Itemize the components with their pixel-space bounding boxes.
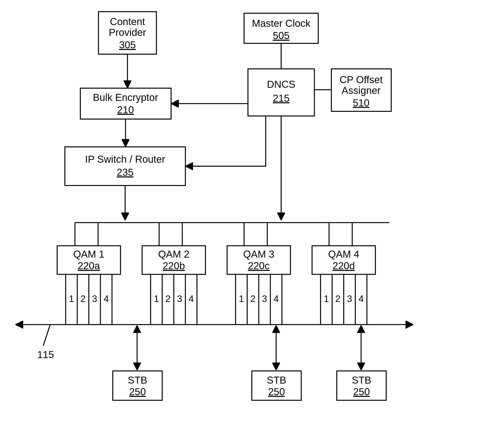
qam3-port2: 2 [250, 294, 256, 304]
qam2-ref: 220b [163, 260, 185, 271]
qam4-port3: 3 [347, 294, 352, 304]
stb3-ref: 250 [353, 386, 370, 397]
qam1-port1: 1 [69, 294, 74, 304]
qam3-port3: 3 [262, 294, 267, 304]
qam1-label: QAM 1 [73, 248, 104, 260]
stb1-ref: 250 [129, 386, 146, 397]
stb2-ref: 250 [268, 386, 285, 397]
content-provider-label2: Provider [109, 27, 146, 38]
cp-offset-ref: 510 [353, 97, 369, 109]
bus-ref: 115 [37, 349, 54, 360]
ip-switch-ref: 235 [117, 167, 133, 178]
qam3-label: QAM 3 [243, 248, 275, 260]
master-clock-label: Master Clock [252, 18, 311, 29]
master-clock-ref: 505 [273, 30, 289, 41]
dncs-ref: 215 [273, 93, 289, 104]
qam2-port4: 4 [189, 294, 194, 304]
qam4-port4: 4 [358, 294, 364, 304]
qam1-port3: 3 [92, 294, 97, 304]
dncs-label: DNCS [267, 79, 295, 90]
bulk-encryptor-label: Bulk Encryptor [93, 92, 158, 103]
qam4-port1: 1 [324, 294, 329, 304]
qam2-port1: 1 [154, 294, 159, 304]
content-provider-label1: Content [110, 16, 145, 27]
qam2-label: QAM 2 [158, 248, 189, 260]
ip-switch-box [65, 147, 186, 186]
stb1-label: STB [128, 374, 147, 386]
qam1-port4: 4 [104, 294, 109, 304]
bulk-encryptor-ref: 210 [117, 104, 134, 115]
cp-offset-label2: Assigner [342, 85, 381, 96]
qam1-port2: 2 [80, 294, 85, 304]
stb3-label: STB [352, 374, 371, 386]
qam2-port2: 2 [165, 294, 170, 304]
qam4-port2: 2 [336, 294, 341, 304]
cp-offset-label1: CP Offset [339, 74, 383, 85]
block-diagram: Content Provider 305 Master Clock 505 DN… [0, 0, 504, 422]
qam3-port1: 1 [239, 294, 244, 304]
content-provider-ref: 305 [119, 39, 136, 50]
qam3-port4: 4 [274, 294, 279, 304]
qam4-ref: 220d [332, 260, 355, 271]
qam4-label: QAM 4 [328, 248, 359, 260]
stb2-label: STB [267, 374, 286, 386]
bus-ref-callout [43, 325, 50, 346]
qam2-port3: 3 [177, 294, 182, 304]
ip-switch-label: IP Switch / Router [85, 154, 165, 165]
arrow-dncs-to-ip [186, 116, 266, 166]
qam3-ref: 220c [248, 260, 270, 271]
qam1-ref: 220a [78, 260, 100, 271]
